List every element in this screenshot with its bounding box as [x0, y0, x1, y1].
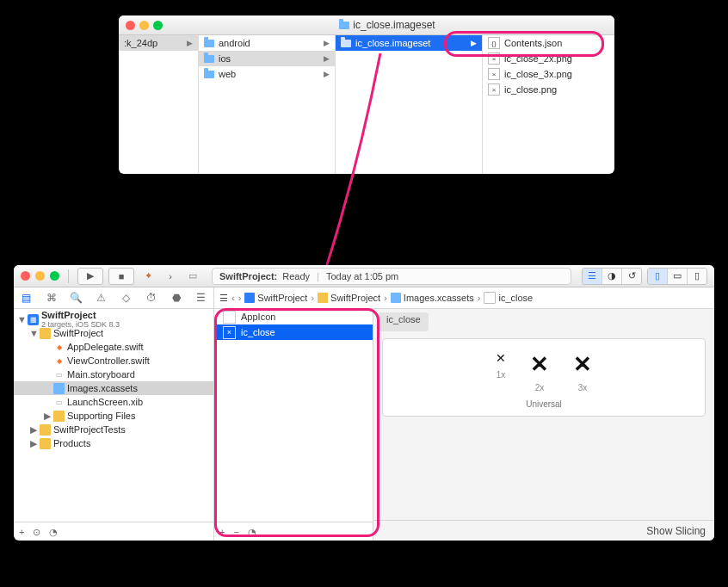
crumb-label: Images.xcassets	[404, 293, 474, 303]
toggle-navigator-icon[interactable]: ▯	[648, 269, 668, 284]
file-icon: ×	[488, 83, 500, 96]
assistant-editor-icon[interactable]: ◑	[602, 269, 622, 284]
crumb-label: SwiftProject	[330, 293, 380, 303]
tree-row-selected[interactable]: Images.xcassets	[14, 381, 213, 395]
run-button[interactable]: ▶	[77, 268, 103, 285]
column-0[interactable]: :k_24dp ▶	[119, 35, 199, 174]
item-label: ios	[219, 53, 231, 64]
show-slicing-button[interactable]: Show Slicing	[646, 525, 706, 537]
jump-bar[interactable]: ☰ ‹ › SwiftProject› SwiftProject› Images…	[214, 287, 714, 309]
zoom-traffic-light[interactable]	[153, 21, 163, 30]
canvas-footer: Show Slicing	[373, 520, 714, 541]
finder-item[interactable]: × ic_close.png	[483, 82, 614, 97]
navigator-tabs[interactable]: ▤ ⌘ 🔍 ⚠ ◇ ⏱ ⬣ ☰	[14, 287, 213, 309]
folder-icon	[318, 293, 328, 303]
project-icon: ▦	[28, 314, 39, 325]
canvas-breadcrumb[interactable]: ic_close	[379, 312, 429, 331]
tree-label: LaunchScreen.xib	[67, 397, 143, 407]
zoom-traffic-light[interactable]	[50, 271, 59, 281]
item-label: ic_close_3x.png	[504, 69, 572, 79]
test-navigator-icon[interactable]: ◇	[117, 292, 136, 304]
toggle-inspector-icon[interactable]: ▯	[688, 269, 706, 284]
minimize-traffic-light[interactable]	[139, 21, 149, 30]
item-label: android	[219, 38, 250, 48]
tree-row[interactable]: ◆AppDelegate.swift	[14, 340, 213, 354]
scheme-icon[interactable]: ✦	[139, 269, 157, 284]
tree-row[interactable]: ◆ViewController.swift	[14, 354, 213, 368]
crumb-label: ic_close	[498, 293, 533, 303]
image-slot-1x[interactable]: ✕1x	[496, 351, 506, 392]
tree-row[interactable]: ▭Main.storyboard	[14, 368, 213, 381]
finder-item[interactable]: :k_24dp ▶	[119, 35, 198, 51]
annotation-highlight	[214, 308, 379, 537]
idiom-label: Universal	[392, 399, 696, 409]
folder-icon	[204, 55, 214, 63]
tree-row[interactable]: ▼▦SwiftProject2 targets, iOS SDK 8.3	[14, 312, 213, 326]
toggle-debug-icon[interactable]: ▭	[668, 269, 688, 284]
editor-mode-segmented[interactable]: ☰ ◑ ↺	[582, 268, 642, 285]
image-slot-2x[interactable]: ✕2x	[530, 351, 549, 392]
crumb-label: SwiftProject	[257, 293, 307, 303]
window-title-text: ic_close.imageset	[353, 19, 435, 31]
close-traffic-light[interactable]	[21, 271, 30, 281]
folder-icon	[53, 411, 65, 422]
jump-crumb[interactable]: ic_close	[484, 292, 533, 304]
find-navigator-icon[interactable]: 🔍	[67, 292, 86, 304]
debug-navigator-icon[interactable]: ⏱	[142, 292, 161, 304]
window-title: ic_close.imageset	[167, 19, 608, 31]
assets-icon	[391, 293, 401, 303]
tree-row[interactable]: ▭LaunchScreen.xib	[14, 395, 213, 409]
project-navigator-icon[interactable]: ▤	[17, 292, 36, 304]
swift-file-icon: ◆	[53, 342, 65, 353]
version-editor-icon[interactable]: ↺	[622, 269, 641, 284]
recent-filter-icon[interactable]: ◔	[49, 527, 58, 538]
slot-label: 1x	[497, 370, 506, 380]
folder-icon	[339, 22, 349, 29]
disclosure-arrow-icon: ▶	[187, 39, 193, 47]
image-slot-3x[interactable]: ✕3x	[573, 351, 592, 392]
tree-label: Products	[53, 438, 90, 448]
panel-toggles[interactable]: ▯ ▭ ▯	[647, 268, 707, 285]
asset-canvas: ic_close ✕1x ✕2x ✕3x Universal Show Slic…	[373, 309, 714, 541]
related-items-icon[interactable]: ☰	[219, 293, 228, 304]
navigator-pane: ▤ ⌘ 🔍 ⚠ ◇ ⏱ ⬣ ☰ ▼▦SwiftProject2 targets,…	[14, 287, 214, 541]
navigator-footer: + ⊙ ◔	[14, 522, 213, 541]
tree-label: Images.xcassets	[67, 383, 138, 393]
device-icon[interactable]: ▭	[184, 269, 201, 284]
tree-label: SwiftProjectTests	[53, 424, 126, 435]
xcode-toolbar: ▶ ■ ✦ › ▭ SwiftProject: Ready | Today at…	[14, 265, 714, 287]
scheme-arrow-icon: ›	[162, 269, 179, 284]
add-button[interactable]: +	[19, 527, 24, 537]
tree-row[interactable]: ▶SwiftProjectTests	[14, 423, 213, 436]
back-icon[interactable]: ‹	[231, 293, 235, 303]
folder-icon	[204, 71, 214, 78]
item-label: ic_close.png	[504, 84, 557, 95]
tree-row[interactable]: ▶Supporting Files	[14, 409, 213, 423]
issue-navigator-icon[interactable]: ⚠	[92, 292, 111, 304]
jump-crumb[interactable]: Images.xcassets	[391, 293, 474, 303]
forward-icon[interactable]: ›	[238, 293, 242, 303]
finder-item[interactable]: × ic_close_3x.png	[483, 66, 614, 82]
folder-icon	[40, 424, 51, 436]
symbol-navigator-icon[interactable]: ⌘	[42, 292, 61, 304]
report-navigator-icon[interactable]: ☰	[192, 292, 211, 304]
status-time: Today at 1:05 pm	[326, 271, 398, 281]
stop-button[interactable]: ■	[108, 268, 134, 285]
minimize-traffic-light[interactable]	[35, 271, 45, 281]
activity-viewer: SwiftProject: Ready | Today at 1:05 pm	[212, 268, 571, 285]
project-tree[interactable]: ▼▦SwiftProject2 targets, iOS SDK 8.3 ▼Sw…	[14, 309, 213, 522]
filter-icon[interactable]: ⊙	[33, 527, 40, 538]
breakpoint-navigator-icon[interactable]: ⬣	[167, 292, 186, 304]
status-state: Ready	[282, 271, 310, 281]
close-traffic-light[interactable]	[126, 21, 135, 30]
imageset-icon	[484, 292, 496, 304]
tree-label: ViewController.swift	[67, 355, 150, 366]
tree-label: SwiftProject	[41, 310, 120, 320]
jump-crumb[interactable]: SwiftProject	[318, 293, 380, 303]
tree-row[interactable]: ▶Products	[14, 436, 213, 450]
item-label: web	[219, 69, 236, 79]
file-icon: ×	[488, 68, 500, 80]
item-label: :k_24dp	[124, 38, 157, 48]
standard-editor-icon[interactable]: ☰	[583, 269, 602, 284]
jump-crumb[interactable]: SwiftProject	[244, 293, 307, 303]
